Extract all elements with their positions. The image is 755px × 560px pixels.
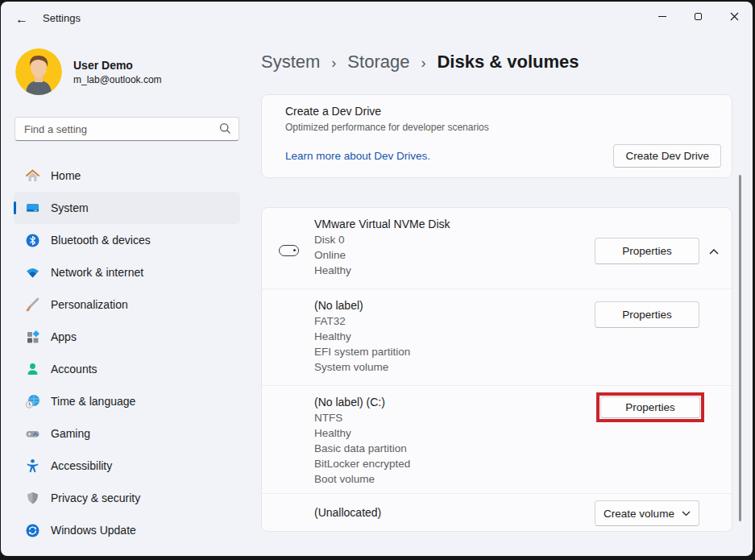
sidebar-nav: Home System Bluetooth & devices bbox=[1, 160, 251, 546]
sidebar-item-label: Accounts bbox=[51, 363, 97, 375]
search-icon bbox=[219, 122, 231, 135]
minimize-icon bbox=[658, 16, 666, 17]
back-button[interactable]: ← bbox=[9, 6, 35, 32]
chevron-right-icon: › bbox=[421, 53, 425, 72]
sidebar-item-home[interactable]: Home bbox=[14, 160, 240, 192]
disk-row: VMware Virtual NVMe Disk Disk 0 Online H… bbox=[262, 208, 732, 288]
sidebar: User Demo m_lab@outlook.com Home bbox=[1, 40, 251, 556]
time-language-icon bbox=[25, 394, 40, 409]
sidebar-item-network-internet[interactable]: Network & internet bbox=[14, 256, 240, 288]
search-input[interactable] bbox=[15, 117, 239, 141]
sidebar-item-bluetooth-devices[interactable]: Bluetooth & devices bbox=[14, 224, 240, 256]
chevron-down-icon bbox=[682, 511, 691, 516]
partition-detail: Boot volume bbox=[314, 471, 732, 487]
gaming-icon bbox=[25, 426, 40, 442]
arrow-left-icon: ← bbox=[15, 12, 28, 27]
sidebar-item-accessibility[interactable]: Accessibility bbox=[14, 450, 240, 482]
main-content: System › Storage › Disks & volumes Creat… bbox=[251, 40, 753, 556]
chevron-up-icon[interactable] bbox=[706, 243, 722, 259]
sidebar-item-label: Personalization bbox=[51, 298, 128, 311]
windows-update-icon bbox=[25, 523, 40, 538]
vertical-scrollbar[interactable] bbox=[739, 175, 741, 521]
accounts-icon bbox=[25, 362, 40, 377]
partition-detail: System volume bbox=[314, 359, 732, 375]
maximize-button[interactable] bbox=[680, 2, 716, 31]
create-volume-label: Create volume bbox=[604, 508, 674, 520]
selected-accent-bar bbox=[14, 201, 16, 214]
partition-detail: Basic data partition bbox=[314, 441, 732, 456]
sidebar-item-gaming[interactable]: Gaming bbox=[14, 417, 240, 450]
breadcrumb-system[interactable]: System bbox=[261, 52, 320, 73]
sidebar-item-label: System bbox=[51, 201, 89, 214]
sidebar-item-label: Gaming bbox=[51, 427, 90, 440]
sidebar-item-label: Privacy & security bbox=[51, 492, 140, 504]
sidebar-item-windows-update[interactable]: Windows Update bbox=[14, 514, 240, 546]
create-volume-button[interactable]: Create volume bbox=[595, 500, 699, 526]
partition-row-c: (No label) (C:) NTFS Healthy Basic data … bbox=[262, 385, 732, 493]
highlight-red-box: Properties bbox=[596, 392, 704, 422]
profile-name: User Demo bbox=[73, 59, 162, 72]
personalization-icon bbox=[25, 297, 40, 313]
sidebar-item-accounts[interactable]: Accounts bbox=[14, 353, 240, 385]
partition-detail: EFI system partition bbox=[314, 344, 732, 359]
sidebar-item-apps[interactable]: Apps bbox=[14, 321, 240, 353]
dev-drive-card: Create a Dev Drive Optimized performance… bbox=[261, 94, 732, 178]
disk-detail: Healthy bbox=[314, 263, 732, 278]
app-title: Settings bbox=[43, 12, 81, 24]
accessibility-icon bbox=[25, 458, 40, 474]
close-button[interactable] bbox=[716, 2, 753, 31]
bluetooth-icon bbox=[25, 233, 40, 248]
efi-properties-button[interactable]: Properties bbox=[595, 301, 699, 328]
partition-row-efi: (No label) FAT32 Healthy EFI system part… bbox=[262, 288, 732, 385]
minimize-button[interactable] bbox=[644, 2, 680, 31]
sidebar-item-label: Apps bbox=[51, 330, 77, 343]
home-icon bbox=[25, 168, 40, 184]
sidebar-item-label: Home bbox=[51, 169, 81, 182]
user-profile[interactable]: User Demo m_lab@outlook.com bbox=[15, 48, 251, 95]
partition-detail: Healthy bbox=[314, 329, 732, 344]
dev-drive-subtitle: Optimized performance for developer scen… bbox=[285, 122, 732, 133]
partition-detail: Healthy bbox=[314, 425, 732, 441]
partition-detail: BitLocker encrypted bbox=[314, 456, 732, 471]
c-drive-properties-button[interactable]: Properties bbox=[600, 396, 700, 418]
privacy-security-icon bbox=[25, 491, 40, 506]
avatar bbox=[15, 48, 62, 95]
sidebar-item-label: Time & language bbox=[51, 395, 135, 408]
sidebar-item-label: Accessibility bbox=[51, 459, 112, 472]
sidebar-item-label: Windows Update bbox=[51, 524, 136, 537]
sidebar-item-system[interactable]: System bbox=[14, 192, 240, 224]
breadcrumb-storage[interactable]: Storage bbox=[347, 52, 409, 73]
network-icon bbox=[25, 265, 40, 280]
partition-row-unallocated: (Unallocated) Create volume bbox=[262, 493, 732, 531]
breadcrumb: System › Storage › Disks & volumes bbox=[261, 52, 753, 73]
maximize-icon bbox=[695, 13, 702, 20]
profile-email: m_lab@outlook.com bbox=[73, 74, 162, 85]
sidebar-item-label: Bluetooth & devices bbox=[51, 234, 151, 247]
chevron-right-icon: › bbox=[331, 53, 336, 72]
dev-drive-title: Create a Dev Drive bbox=[285, 105, 732, 118]
disk-card: VMware Virtual NVMe Disk Disk 0 Online H… bbox=[261, 207, 732, 532]
dev-drive-learn-more-link[interactable]: Learn more about Dev Drives. bbox=[285, 150, 430, 162]
sidebar-item-personalization[interactable]: Personalization bbox=[14, 288, 240, 321]
titlebar: ← Settings bbox=[1, 2, 753, 40]
apps-icon bbox=[25, 330, 40, 345]
settings-window: ← Settings User Demo bbox=[1, 2, 753, 556]
close-icon bbox=[730, 12, 739, 21]
disk-name: VMware Virtual NVMe Disk bbox=[314, 217, 732, 232]
create-dev-drive-button[interactable]: Create Dev Drive bbox=[613, 144, 721, 168]
sidebar-item-label: Network & internet bbox=[51, 266, 143, 279]
system-icon bbox=[25, 201, 40, 216]
sidebar-item-privacy-security[interactable]: Privacy & security bbox=[14, 482, 240, 514]
page-title: Disks & volumes bbox=[437, 52, 579, 73]
disk-properties-button[interactable]: Properties bbox=[595, 238, 699, 264]
hard-drive-icon bbox=[279, 245, 299, 256]
sidebar-item-time-language[interactable]: Time & language bbox=[14, 385, 240, 417]
